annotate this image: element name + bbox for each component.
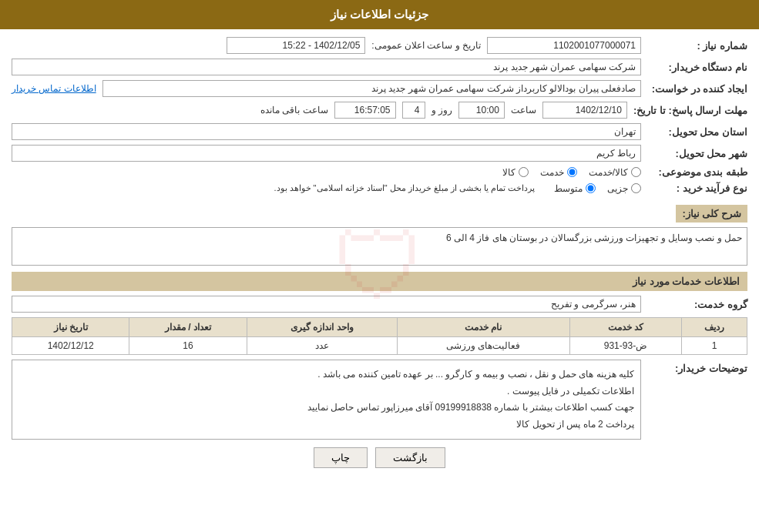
col-vahed: واحد اندازه گیری — [247, 318, 397, 337]
radio-khadamat[interactable]: خدمت — [540, 167, 577, 178]
row-ostan: استان محل تحویل: تهران — [12, 123, 747, 140]
shahr-label: شهر محل تحویل: — [647, 148, 747, 159]
main-content: شماره نیاز : 1102001077000071 تاریخ و سا… — [0, 29, 759, 483]
page-title: جزئیات اطلاعات نیاز — [331, 8, 428, 21]
radio-kala-khadamat-input[interactable] — [631, 167, 641, 177]
gorohe-value: هنر، سرگرمی و تفریح — [12, 296, 641, 313]
row-tabaqe: طبقه بندی موضوعی: کالا/خدمت خدمت کالا — [12, 166, 747, 178]
radio-khadamat-input[interactable] — [567, 167, 577, 177]
radio-jozii[interactable]: جزیی — [607, 183, 641, 194]
mohlat-label: مهلت ارسال پاسخ: تا تاریخ: — [633, 105, 747, 116]
nam-dastgah-value: شرکت سهامی عمران شهر جدید پرند — [12, 59, 641, 75]
sharh-box: حمل و نصب وسایل و تجهیزات ورزشی بزرگسالا… — [12, 227, 747, 266]
mohlat-saat-value: 10:00 — [458, 102, 505, 119]
shomara-niaz-label: شماره نیاز : — [647, 40, 747, 52]
btn-chap[interactable]: چاپ — [314, 447, 368, 468]
row-nam-dastgah: نام دستگاه خریدار: شرکت سهامی عمران شهر … — [12, 59, 747, 75]
col-radif: ردیف — [681, 318, 747, 337]
col-kod: کد خدمت — [569, 318, 681, 337]
shomara-niaz-value: 1102001077000071 — [487, 37, 641, 54]
noie-radio-group: جزیی متوسط پرداخت تمام یا بخشی از مبلغ خ… — [12, 183, 641, 194]
radio-kala[interactable]: کالا — [502, 167, 529, 178]
mohlat-saat-label: ساعت — [511, 105, 536, 115]
tarikh-value: 1402/12/05 - 15:22 — [227, 37, 365, 54]
radio-kala-label: کالا — [502, 167, 516, 178]
mohlat-baqi-label: ساعت باقی مانده — [260, 105, 328, 115]
row-shomara: شماره نیاز : 1102001077000071 تاریخ و سا… — [12, 37, 747, 54]
radio-kala-input[interactable] — [519, 167, 529, 177]
nam-dastgah-label: نام دستگاه خریدار: — [647, 62, 747, 73]
sharh-value: حمل و نصب وسایل و تجهیزات ورزشی بزرگسالا… — [12, 227, 747, 266]
mohlat-roz-value: 4 — [402, 102, 425, 119]
table-row: 1ض-93-931فعالیت‌های ورزشیعدد161402/12/12 — [12, 337, 747, 355]
btn-bazgasht[interactable]: بازگشت — [375, 447, 445, 468]
tabaqe-radio-group: کالا/خدمت خدمت کالا — [12, 167, 641, 178]
radio-motevaset-label: متوسط — [554, 183, 583, 194]
col-tedad: تعداد / مقدار — [129, 318, 247, 337]
radio-jozii-input[interactable] — [631, 183, 641, 193]
noie-label: نوع فرآیند خرید : — [647, 182, 747, 194]
ijad-label: ایجاد کننده در خواست: — [647, 83, 747, 95]
row-gorohe: گروه خدمت: هنر، سرگرمی و تفریح — [12, 296, 747, 313]
row-noie: نوع فرآیند خرید : جزیی متوسط پرداخت تمام… — [12, 182, 747, 194]
noie-description: پرداخت تمام یا بخشی از مبلغ خریداز محل "… — [274, 183, 535, 193]
sharh-label: شرح کلی نیاز: — [676, 205, 747, 223]
tosih-value: کلیه هزینه های حمل و نقل ، نصب و بیمه و … — [12, 360, 641, 440]
ijad-value: صادفعلی پیران بودالالو کاربرداز شرکت سها… — [102, 80, 641, 97]
ijad-link[interactable]: اطلاعات تماس خریدار — [12, 83, 96, 94]
radio-jozii-label: جزیی — [607, 183, 628, 194]
radio-kala-khadamat[interactable]: کالا/خدمت — [589, 167, 641, 178]
page-container: 🛡 جزئیات اطلاعات نیاز شماره نیاز : 11020… — [0, 0, 759, 532]
row-tosih: توضیحات خریدار: کلیه هزینه های حمل و نقل… — [12, 360, 747, 440]
mohlat-date-value: 1402/12/10 — [542, 102, 627, 119]
col-nam: نام خدمت — [397, 318, 569, 337]
ostan-value: تهران — [12, 123, 641, 140]
radio-khadamat-label: خدمت — [540, 167, 564, 178]
tarikh-label: تاریخ و ساعت اعلان عمومی: — [371, 40, 481, 51]
radio-kala-khadamat-label: کالا/خدمت — [589, 167, 628, 178]
gorohe-label: گروه خدمت: — [647, 299, 747, 310]
row-sharh: شرح کلی نیاز: — [12, 199, 747, 223]
row-shahr: شهر محل تحویل: رباط کریم — [12, 145, 747, 162]
mohlat-saat2-value: 16:57:05 — [334, 102, 396, 119]
radio-motevaset-input[interactable] — [586, 183, 596, 193]
button-row: بازگشت چاپ — [12, 447, 747, 468]
services-table: ردیف کد خدمت نام خدمت واحد اندازه گیری ت… — [12, 317, 747, 355]
tabaqe-label: طبقه بندی موضوعی: — [647, 166, 747, 178]
ostan-label: استان محل تحویل: — [647, 126, 747, 138]
shahr-value: رباط کریم — [12, 145, 641, 162]
khadamat-section-title: اطلاعات خدمات مورد نیاز — [12, 272, 747, 291]
mohlat-roz-label: روز و — [432, 105, 452, 115]
row-ijad: ایجاد کننده در خواست: صادفعلی پیران بودا… — [12, 80, 747, 97]
tosih-label: توضیحات خریدار: — [647, 363, 747, 374]
col-tarikh: تاریخ نیاز — [12, 318, 129, 337]
radio-motevaset[interactable]: متوسط — [554, 183, 596, 194]
page-header: جزئیات اطلاعات نیاز — [0, 0, 759, 29]
row-mohlat: مهلت ارسال پاسخ: تا تاریخ: 1402/12/10 سا… — [12, 102, 747, 119]
